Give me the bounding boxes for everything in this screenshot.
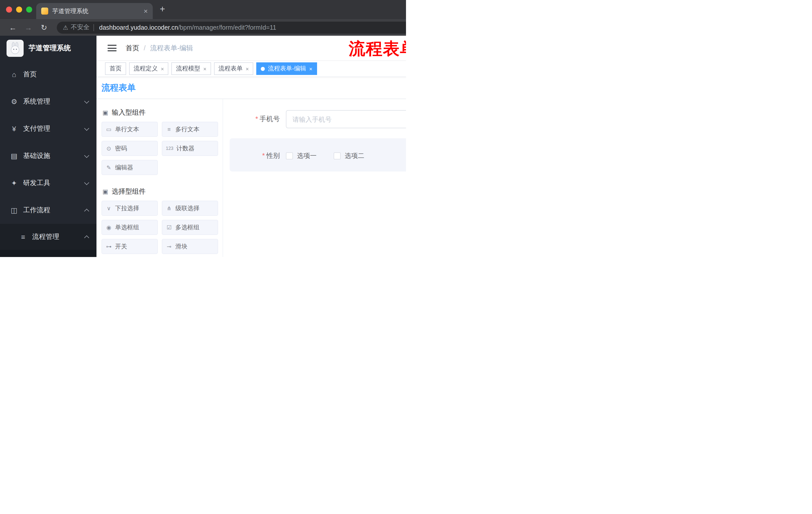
chip-textarea[interactable]: ≡多行文本 bbox=[162, 122, 218, 137]
sidebar-item-workflow[interactable]: ◫ 工作流程 bbox=[0, 197, 96, 224]
yen-icon: ¥ bbox=[10, 125, 18, 133]
sidebar: 芋道管理系统 ⌂ 首页 ⚙ 系统管理 ¥ 支付管理 ▤ 基础设施 ✦ 研发工具 … bbox=[0, 36, 96, 257]
forward-button[interactable]: → bbox=[22, 23, 35, 32]
phone-input[interactable] bbox=[286, 110, 406, 128]
radio-icon: ◉ bbox=[106, 224, 112, 231]
tag-process-definition[interactable]: 流程定义 × bbox=[129, 62, 169, 75]
tags-view-bar: 首页 流程定义 × 流程模型 × 流程表单 × 流程表单-编辑 × bbox=[96, 61, 406, 77]
macos-window-controls bbox=[6, 6, 32, 12]
phone-field-label: *手机号 bbox=[236, 115, 286, 124]
site-favicon bbox=[41, 7, 48, 15]
reload-button[interactable]: ↻ bbox=[37, 23, 51, 32]
lock-icon: ⊙ bbox=[106, 145, 112, 152]
chevron-down-icon bbox=[84, 126, 89, 131]
browser-toolbar: ← → ↻ ⚠ 不安全 dashboard.yudao.iocoder.cn/b… bbox=[0, 19, 406, 36]
cascade-icon: ⋔ bbox=[166, 205, 172, 212]
url-text[interactable]: dashboard.yudao.iocoder.cn/bpm/manager/f… bbox=[99, 24, 406, 31]
gender-field-label: *性别 bbox=[236, 152, 286, 160]
sidebar-item-process-management[interactable]: ≡ 流程管理 bbox=[0, 224, 96, 250]
chip-cascader[interactable]: ⋔级联选择 bbox=[162, 201, 218, 216]
tag-close-icon[interactable]: × bbox=[309, 65, 313, 72]
gender-checkbox-group: 选项一 选项二 bbox=[286, 152, 364, 160]
back-button[interactable]: ← bbox=[6, 23, 20, 32]
omnibox-divider bbox=[94, 24, 94, 31]
chip-slider[interactable]: ⊸滑块 bbox=[162, 239, 218, 254]
tag-close-icon[interactable]: × bbox=[161, 65, 164, 72]
sidebar-collapse-icon[interactable] bbox=[108, 45, 117, 51]
breadcrumb-separator: / bbox=[144, 44, 146, 52]
checkbox-icon: ☑ bbox=[166, 224, 172, 231]
chip-editor[interactable]: ✎编辑器 bbox=[102, 160, 158, 175]
breadcrumb-home[interactable]: 首页 bbox=[126, 44, 139, 53]
app-title: 芋道管理系统 bbox=[29, 44, 71, 53]
tag-process-form-edit[interactable]: 流程表单-编辑 × bbox=[257, 62, 317, 75]
page-title: 流程表单 bbox=[96, 82, 136, 93]
sidebar-item-payment[interactable]: ¥ 支付管理 bbox=[0, 115, 96, 142]
sidebar-item-infrastructure[interactable]: ▤ 基础设施 bbox=[0, 142, 96, 169]
chip-switch[interactable]: ⊶开关 bbox=[102, 239, 158, 254]
component-group-icon: ▣ bbox=[103, 188, 108, 195]
tag-close-icon[interactable]: × bbox=[246, 65, 249, 72]
sidebar-item-system[interactable]: ⚙ 系统管理 bbox=[0, 88, 96, 115]
sidebar-item-home[interactable]: ⌂ 首页 bbox=[0, 61, 96, 88]
red-annotation-text: 流程表单 bbox=[349, 38, 406, 60]
canvas-field-phone[interactable]: *手机号 bbox=[230, 105, 406, 133]
dropdown-icon: ∨ bbox=[106, 205, 112, 212]
address-bar[interactable]: ⚠ 不安全 dashboard.yudao.iocoder.cn/bpm/man… bbox=[57, 21, 406, 33]
list-icon: ≡ bbox=[19, 233, 27, 241]
close-window-button[interactable] bbox=[6, 6, 12, 12]
tag-close-icon[interactable]: × bbox=[203, 65, 206, 72]
checkbox-box[interactable] bbox=[334, 153, 341, 159]
tools-icon: ✦ bbox=[10, 179, 18, 187]
tag-home[interactable]: 首页 bbox=[105, 62, 126, 75]
chip-password[interactable]: ⊙密码 bbox=[102, 141, 158, 156]
gear-icon: ⚙ bbox=[10, 98, 18, 106]
app-logo[interactable]: 芋道管理系统 bbox=[0, 36, 96, 61]
chevron-down-icon bbox=[84, 153, 89, 158]
url-domain: dashboard.yudao.iocoder.cn bbox=[99, 24, 178, 31]
textfield-icon: ▭ bbox=[106, 126, 112, 133]
form-canvas[interactable]: *手机号 *性别 选项一 选项二 bbox=[224, 99, 406, 257]
chip-select[interactable]: ∨下拉选择 bbox=[102, 201, 158, 216]
designer-header: 流程表单 保存 查看json 清空 bbox=[96, 77, 406, 99]
checkbox-option-one[interactable]: 选项一 bbox=[286, 152, 317, 160]
screen: 芋道管理系统 × + ← → ↻ ⚠ 不安全 dashboard.yudao.i… bbox=[0, 0, 406, 257]
chevron-down-icon bbox=[84, 180, 89, 185]
sidebar-item-devtools[interactable]: ✦ 研发工具 bbox=[0, 169, 96, 197]
breadcrumb: 首页 / 流程表单-编辑 bbox=[126, 44, 193, 53]
security-label[interactable]: 不安全 bbox=[71, 23, 90, 32]
chip-checkbox-group[interactable]: ☑多选框组 bbox=[162, 220, 218, 235]
chip-radio-group[interactable]: ◉单选框组 bbox=[102, 220, 158, 235]
browser-tab-active[interactable]: 芋道管理系统 × bbox=[36, 3, 153, 19]
new-tab-button[interactable]: + bbox=[160, 4, 165, 15]
browser-chrome: 芋道管理系统 × + ← → ↻ ⚠ 不安全 dashboard.yudao.i… bbox=[0, 0, 406, 36]
canvas-field-gender[interactable]: *性别 选项一 选项二 bbox=[230, 138, 406, 171]
tag-process-form[interactable]: 流程表单 × bbox=[214, 62, 254, 75]
checkbox-box[interactable] bbox=[286, 153, 293, 159]
pencil-icon: ✎ bbox=[106, 164, 112, 171]
home-icon: ⌂ bbox=[10, 71, 18, 78]
textarea-icon: ≡ bbox=[166, 126, 172, 132]
maximize-window-button[interactable] bbox=[26, 6, 32, 12]
workflow-icon: ◫ bbox=[10, 206, 18, 214]
logo-avatar-image bbox=[6, 40, 24, 57]
switch-icon: ⊶ bbox=[106, 243, 112, 250]
group-select-components: ▣ 选择型组件 bbox=[103, 187, 219, 196]
chip-single-line-text[interactable]: ▭单行文本 bbox=[102, 122, 158, 137]
tab-close-icon[interactable]: × bbox=[144, 7, 148, 15]
component-group-icon: ▣ bbox=[103, 109, 108, 116]
chip-counter[interactable]: 123计数器 bbox=[162, 141, 218, 156]
browser-tabstrip: 芋道管理系统 × + bbox=[0, 0, 406, 19]
chevron-down-icon bbox=[84, 98, 89, 103]
app-header: 首页 / 流程表单-编辑 流程表单 ? TT ▾ bbox=[96, 36, 406, 61]
tag-process-model[interactable]: 流程模型 × bbox=[172, 62, 211, 75]
form-designer: 流程表单 保存 查看json 清空 ▣ 输入型组件 bbox=[96, 77, 406, 257]
chevron-up-icon bbox=[84, 209, 89, 214]
number-icon: 123 bbox=[166, 146, 173, 151]
group-input-components: ▣ 输入型组件 bbox=[103, 108, 219, 117]
sidebar-item-process-form[interactable]: ▤ 流程表单 bbox=[0, 250, 96, 257]
active-tag-dot bbox=[261, 66, 265, 71]
minimize-window-button[interactable] bbox=[16, 6, 22, 12]
checkbox-option-two[interactable]: 选项二 bbox=[334, 152, 364, 160]
tab-title: 芋道管理系统 bbox=[52, 7, 140, 15]
